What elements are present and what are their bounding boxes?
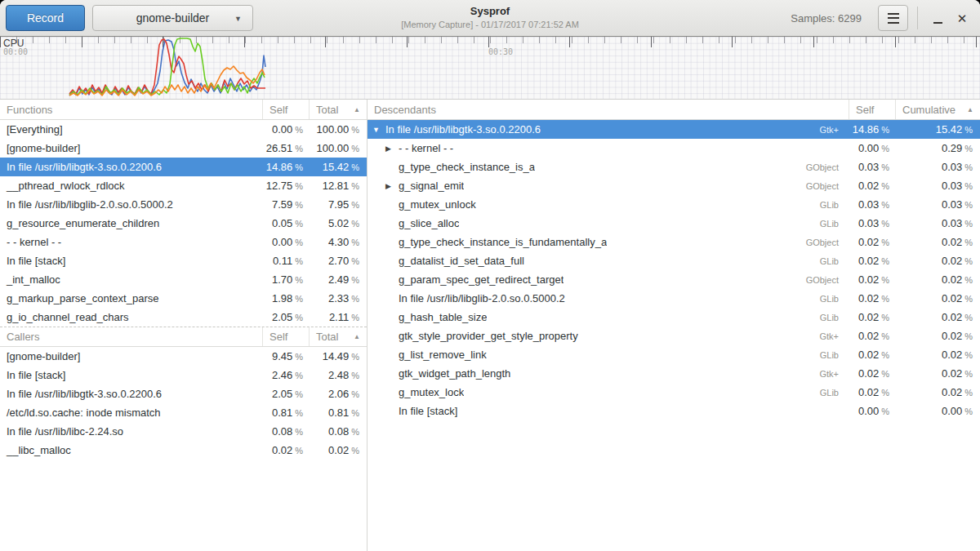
descendant-name-cell: g_mutex_lock GLib — [368, 386, 849, 398]
cpu-line-1 — [69, 39, 265, 94]
function-name: [Everything] — [0, 123, 263, 136]
functions-column-header[interactable]: Functions — [0, 100, 263, 119]
library-badge: Gtk+ — [811, 125, 843, 135]
expander-icon[interactable]: ▶ — [385, 144, 399, 153]
chevron-down-icon: ▼ — [234, 15, 242, 23]
function-row[interactable]: In file [stack] 0.11% 2.70% — [0, 251, 367, 270]
descendant-cumulative-value: 0.02% — [896, 311, 980, 323]
descendants-cumulative-column-header[interactable]: Cumulative ▲ — [896, 100, 980, 119]
descendant-row[interactable]: g_mutex_lock GLib 0.02% 0.02% — [368, 383, 980, 402]
descendant-row[interactable]: g_type_check_instance_is_fundamentally_a… — [368, 233, 980, 251]
library-badge: GLib — [812, 256, 843, 266]
expander-icon[interactable]: ▼ — [372, 126, 385, 134]
menu-button[interactable] — [878, 5, 908, 31]
caller-total-value: 14.49% — [310, 350, 367, 362]
function-row[interactable]: [gnome-builder] 26.51% 100.00% — [0, 139, 367, 158]
record-button[interactable]: Record — [6, 5, 85, 31]
function-self-value: 12.75% — [263, 180, 310, 192]
function-name: __pthread_rwlock_rdlock — [0, 180, 263, 192]
descendant-row[interactable]: ▶ - - kernel - - 0.00% 0.29% — [368, 139, 980, 158]
descendant-name: g_list_remove_link — [399, 349, 487, 361]
caller-row[interactable]: /etc/ld.so.cache: inode mismatch 0.81% 0… — [0, 403, 367, 422]
function-row[interactable]: g_markup_parse_context_parse 1.98% 2.33% — [0, 289, 367, 308]
descendant-row[interactable]: g_mutex_unlock GLib 0.03% 0.03% — [368, 195, 980, 214]
close-button[interactable]: ✕ — [950, 5, 974, 31]
descendant-name-cell: In file [stack] — [368, 405, 849, 417]
sort-ascending-icon: ▲ — [354, 333, 360, 340]
caller-name: [gnome-builder] — [0, 350, 263, 362]
function-row[interactable]: _int_malloc 1.70% 2.49% — [0, 270, 367, 289]
function-self-value: 7.59% — [263, 198, 310, 211]
descendant-row[interactable]: ▶ g_signal_emit GObject 0.02% 0.03% — [368, 176, 980, 195]
caller-self-value: 0.08% — [263, 425, 310, 438]
caller-row[interactable]: In file /usr/lib/libc-2.24.so 0.08% 0.08… — [0, 422, 367, 441]
caller-row[interactable]: In file /usr/lib/libgtk-3.so.0.2200.6 2.… — [0, 384, 367, 403]
descendant-row[interactable]: ▼ In file /usr/lib/libgtk-3.so.0.2200.6 … — [368, 120, 980, 139]
descendant-row[interactable]: g_hash_table_size GLib 0.02% 0.02% — [368, 308, 980, 327]
function-self-value: 0.00% — [263, 236, 310, 248]
right-pane: Descendants Self Cumulative ▲ ▼ In file … — [368, 100, 980, 551]
descendant-row[interactable]: g_datalist_id_set_data_full GLib 0.02% 0… — [368, 251, 980, 270]
callers-total-column-header[interactable]: Total ▲ — [310, 327, 367, 346]
caller-row[interactable]: In file [stack] 2.46% 2.48% — [0, 366, 367, 384]
descendant-row[interactable]: gtk_style_provider_get_style_property Gt… — [368, 327, 980, 345]
descendant-self-value: 0.02% — [849, 367, 896, 380]
descendant-row[interactable]: g_param_spec_get_redirect_target GObject… — [368, 270, 980, 289]
minimize-button[interactable] — [925, 5, 950, 31]
caller-self-value: 2.46% — [263, 369, 310, 381]
samples-count: Samples: 6299 — [791, 12, 862, 24]
descendant-name: g_mutex_lock — [399, 386, 464, 398]
descendant-row[interactable]: g_slice_alloc GLib 0.03% 0.03% — [368, 214, 980, 233]
descendant-name-cell: g_mutex_unlock GLib — [368, 198, 849, 211]
function-total-value: 7.95% — [310, 198, 367, 211]
descendant-name-cell: g_param_spec_get_redirect_target GObject — [368, 273, 849, 286]
library-badge: GObject — [798, 238, 843, 247]
caller-total-value: 0.81% — [310, 407, 367, 419]
function-row[interactable]: [Everything] 0.00% 100.00% — [0, 120, 367, 139]
library-badge: GLib — [812, 219, 843, 229]
library-badge: Gtk+ — [811, 369, 843, 379]
descendant-row[interactable]: In file [stack] 0.00% 0.00% — [368, 402, 980, 420]
function-row[interactable]: - - kernel - - 0.00% 4.30% — [0, 233, 367, 251]
descendant-name-cell: gtk_style_provider_get_style_property Gt… — [368, 330, 849, 342]
descendant-name-cell: g_type_check_instance_is_fundamentally_a… — [368, 236, 849, 248]
function-total-value: 100.00% — [310, 142, 367, 154]
function-total-value: 100.00% — [310, 123, 367, 136]
caller-total-value: 0.08% — [310, 425, 367, 438]
functions-total-column-header[interactable]: Total ▲ — [310, 100, 367, 119]
descendant-name: g_type_check_instance_is_a — [399, 161, 535, 173]
cpu-graph[interactable]: CPU 00:00 00:30 — [0, 37, 980, 100]
function-row[interactable]: __pthread_rwlock_rdlock 12.75% 12.81% — [0, 176, 367, 195]
target-selector-dropdown[interactable]: gnome-builder ▼ — [92, 5, 253, 31]
callers-self-column-header[interactable]: Self — [263, 327, 310, 346]
descendant-cumulative-value: 0.03% — [896, 180, 980, 192]
function-row[interactable]: In file /usr/lib/libgtk-3.so.0.2200.6 14… — [0, 158, 367, 176]
function-row[interactable]: In file /usr/lib/libglib-2.0.so.0.5000.2… — [0, 195, 367, 214]
caller-name: /etc/ld.so.cache: inode mismatch — [0, 407, 263, 419]
function-name: In file [stack] — [0, 255, 263, 267]
expander-icon[interactable]: ▶ — [385, 182, 399, 190]
descendant-self-value: 0.02% — [849, 180, 896, 192]
caller-total-value: 2.06% — [310, 388, 367, 400]
descendant-self-value: 0.02% — [849, 292, 896, 304]
descendant-row[interactable]: gtk_widget_path_length Gtk+ 0.02% 0.02% — [368, 364, 980, 383]
titlebar-separator — [917, 7, 918, 29]
title-block: Sysprof [Memory Capture] - 01/17/2017 07… — [245, 5, 735, 29]
descendant-row[interactable]: In file /usr/lib/libglib-2.0.so.0.5000.2… — [368, 289, 980, 308]
descendant-name: g_mutex_unlock — [399, 198, 476, 211]
callers-total-label: Total — [316, 331, 338, 343]
caller-row[interactable]: __libc_malloc 0.02% 0.02% — [0, 441, 367, 460]
descendants-column-header[interactable]: Descendants — [368, 100, 849, 119]
function-row[interactable]: g_io_channel_read_chars 2.05% 2.11% — [0, 308, 367, 327]
callers-column-header[interactable]: Callers — [0, 327, 263, 346]
caller-row[interactable]: [gnome-builder] 9.45% 14.49% — [0, 347, 367, 366]
descendant-row[interactable]: g_type_check_instance_is_a GObject 0.03%… — [368, 158, 980, 176]
target-selector-label: gnome-builder — [136, 11, 210, 24]
descendant-self-value: 0.02% — [849, 386, 896, 398]
functions-self-column-header[interactable]: Self — [263, 100, 310, 119]
sort-ascending-icon: ▲ — [967, 106, 973, 113]
descendant-row[interactable]: g_list_remove_link GLib 0.02% 0.02% — [368, 345, 980, 364]
function-row[interactable]: g_resource_enumerate_children 0.05% 5.02… — [0, 214, 367, 233]
descendant-cumulative-value: 0.02% — [896, 292, 980, 304]
descendants-self-column-header[interactable]: Self — [849, 100, 896, 119]
